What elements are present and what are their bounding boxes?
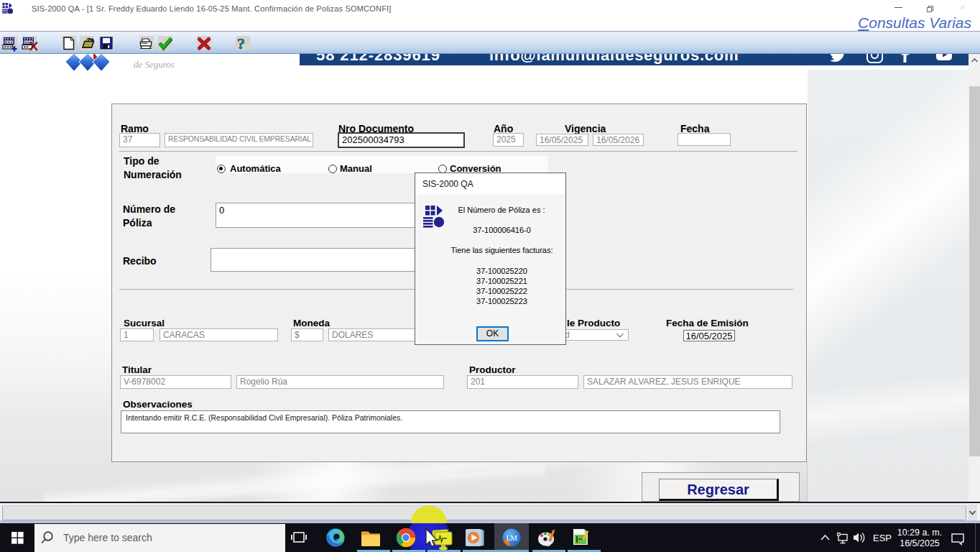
svg-text:?: ? <box>237 34 245 52</box>
svg-text:LM: LM <box>507 533 518 542</box>
